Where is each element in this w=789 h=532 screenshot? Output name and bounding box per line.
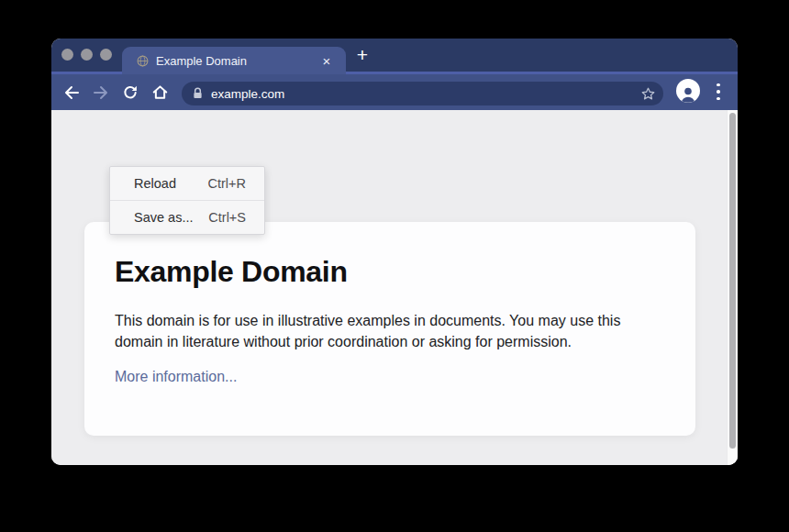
browser-menu-button[interactable] <box>714 80 723 104</box>
scrollbar-thumb[interactable] <box>729 113 736 449</box>
screenshot-stage: Example Domain × + <box>0 0 789 532</box>
scrollbar-track[interactable] <box>727 110 738 465</box>
menu-item-label: Reload <box>134 176 176 191</box>
menu-item-shortcut: Ctrl+S <box>208 210 246 225</box>
tab-example-domain[interactable]: Example Domain × <box>122 47 346 74</box>
back-button[interactable] <box>57 74 86 110</box>
content-card: Example Domain This domain is for use in… <box>84 222 695 436</box>
star-icon <box>640 86 656 102</box>
window-controls <box>61 49 112 61</box>
page-viewport: Example Domain This domain is for use in… <box>51 110 738 465</box>
more-information-link[interactable]: More information... <box>115 369 237 385</box>
page-title: Example Domain <box>115 255 348 289</box>
minimize-window-button[interactable] <box>81 49 93 61</box>
reload-icon <box>122 84 139 101</box>
zoom-window-button[interactable] <box>100 49 112 61</box>
kebab-dot <box>717 97 720 101</box>
bookmark-star-button[interactable] <box>640 86 656 102</box>
address-bar[interactable]: example.com <box>182 82 663 105</box>
globe-favicon-icon <box>137 55 149 67</box>
home-button[interactable] <box>145 74 174 110</box>
context-menu-item-reload[interactable]: Reload Ctrl+R <box>110 167 264 200</box>
tab-strip: Example Domain × + <box>51 39 738 72</box>
context-menu: Reload Ctrl+R Save as... Ctrl+S <box>109 166 265 235</box>
menu-item-label: Save as... <box>134 210 193 225</box>
home-icon <box>151 83 169 101</box>
page-paragraph: This domain is for use in illustrative e… <box>115 310 665 352</box>
close-window-button[interactable] <box>61 49 73 61</box>
new-tab-button[interactable]: + <box>351 44 373 66</box>
profile-avatar-button[interactable] <box>676 79 700 103</box>
tab-title: Example Domain <box>156 54 319 68</box>
navigation-toolbar: example.com <box>51 72 738 110</box>
person-icon <box>678 84 698 103</box>
tab-close-icon[interactable]: × <box>319 53 334 68</box>
lock-icon <box>191 86 205 101</box>
kebab-dot <box>717 83 720 87</box>
kebab-dot <box>717 90 720 94</box>
back-arrow-icon <box>63 84 80 101</box>
forward-button[interactable] <box>86 74 116 110</box>
url-text[interactable]: example.com <box>211 87 640 101</box>
context-menu-item-save-as[interactable]: Save as... Ctrl+S <box>110 201 264 234</box>
reload-button[interactable] <box>116 74 145 110</box>
browser-window: Example Domain × + <box>51 39 738 465</box>
menu-item-shortcut: Ctrl+R <box>208 176 247 191</box>
forward-arrow-icon <box>93 84 109 101</box>
